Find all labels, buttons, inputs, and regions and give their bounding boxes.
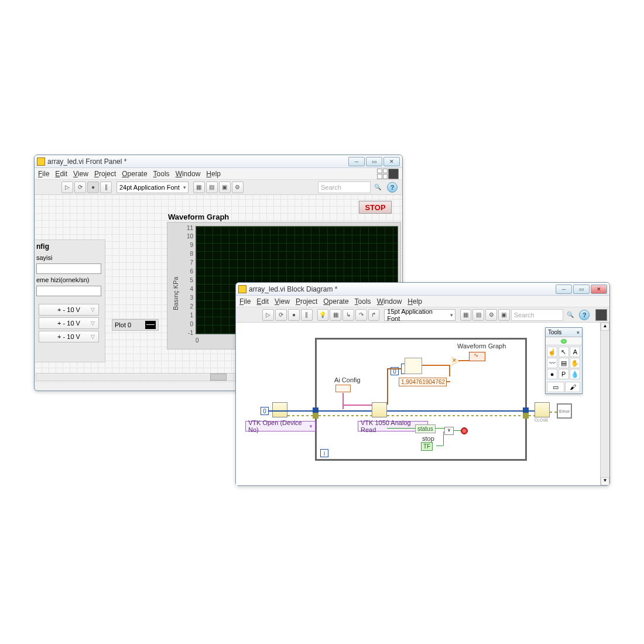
loop-iteration-terminal[interactable]: i	[320, 449, 328, 457]
plot-legend[interactable]: Plot 0	[112, 319, 159, 331]
highlight-exec-button[interactable]: 💡	[317, 309, 329, 321]
font-selector[interactable]: 24pt Application Font	[117, 181, 189, 193]
maximize-button[interactable]: ▭	[573, 285, 590, 294]
reorder-button[interactable]: ▣	[498, 309, 510, 321]
probe-tool-icon[interactable]: P	[559, 369, 569, 379]
menu-window[interactable]: Window	[176, 170, 201, 178]
menu-help[interactable]: Help	[407, 297, 422, 306]
legend-swatch[interactable]	[145, 321, 156, 329]
menu-edit[interactable]: Edit	[55, 170, 67, 178]
menu-file[interactable]: File	[38, 170, 49, 178]
scrollbar-thumb[interactable]	[210, 374, 227, 381]
scroll-down-icon[interactable]: ▼	[601, 477, 609, 485]
help-button[interactable]: ?	[579, 310, 590, 320]
color-tool-fg[interactable]: ▭	[547, 382, 564, 392]
minimize-button[interactable]: ─	[348, 157, 365, 166]
breakpoint-tool-icon[interactable]: ●	[547, 369, 557, 379]
align-button[interactable]: ▦	[193, 181, 205, 193]
maximize-button[interactable]: ▭	[366, 157, 382, 166]
config-numeric-2[interactable]	[36, 286, 101, 296]
vi-icon[interactable]	[595, 309, 607, 321]
run-button[interactable]: ▷	[61, 181, 73, 193]
menu-operate[interactable]: Operate	[122, 170, 147, 178]
retain-button[interactable]: ▦	[330, 309, 341, 321]
palette-close-icon[interactable]: ×	[577, 330, 580, 335]
menu-project[interactable]: Project	[94, 170, 116, 178]
config-numeric-1[interactable]	[36, 263, 101, 274]
vtk-analog-read-node[interactable]	[372, 402, 387, 417]
close-button[interactable]: ✕	[591, 285, 607, 294]
close-button[interactable]: ✕	[383, 157, 400, 166]
scroll-tool-icon[interactable]: ✋	[570, 358, 580, 368]
error-handler[interactable]: Error	[557, 403, 572, 419]
vertical-scrollbar[interactable]: ▲ ▼	[600, 323, 609, 485]
waveform-graph-terminal[interactable]	[469, 352, 485, 361]
tools-palette[interactable]: Tools × ☝ ↖ A 〰 ▤ ✋ ● P 💧	[545, 327, 583, 394]
stop-button[interactable]: STOP	[359, 201, 392, 214]
vtk-open-selector[interactable]: VTK Open (Device No)	[245, 421, 316, 431]
autotool-toggle[interactable]	[546, 337, 582, 345]
range-selector-3[interactable]: + - 10 V	[39, 331, 99, 342]
numeric-constant-0[interactable]: 0	[261, 407, 269, 415]
pause-button[interactable]: ‖	[301, 309, 313, 321]
reorder-button[interactable]: ⚙	[232, 181, 244, 193]
build-waveform-node[interactable]	[405, 358, 422, 374]
cleanup-button[interactable]: ⚙	[485, 309, 497, 321]
menu-edit[interactable]: Edit	[256, 297, 269, 306]
menu-window[interactable]: Window	[377, 297, 402, 306]
menu-operate[interactable]: Operate	[323, 297, 348, 306]
vtk-close-node[interactable]	[535, 402, 550, 417]
range-selector-1[interactable]: + - 10 V	[39, 304, 99, 316]
unbundle-status[interactable]: status	[415, 424, 436, 433]
menu-view[interactable]: View	[73, 170, 88, 178]
help-button[interactable]: ?	[387, 182, 398, 193]
abort-button[interactable]: ●	[288, 309, 300, 321]
distribute-button[interactable]: ▤	[206, 181, 218, 193]
wiring-tool-icon[interactable]: 〰	[547, 358, 557, 368]
menu-file[interactable]: File	[239, 297, 251, 306]
scroll-up-icon[interactable]: ▲	[601, 323, 609, 331]
multiply-node[interactable]	[451, 357, 460, 366]
range-selector-2[interactable]: + - 10 V	[39, 317, 99, 329]
operate-tool-icon[interactable]: ☝	[547, 347, 557, 357]
menu-project[interactable]: Project	[296, 297, 317, 306]
resize-button[interactable]: ▣	[219, 181, 231, 193]
run-continuous-button[interactable]: ⟳	[275, 309, 287, 321]
step-into-button[interactable]: ↳	[342, 309, 354, 321]
search-icon[interactable]: 🔍	[564, 309, 576, 321]
or-node[interactable]: ∨	[444, 427, 454, 435]
position-tool-icon[interactable]: ↖	[559, 347, 569, 357]
menu-tools[interactable]: Tools	[355, 297, 371, 306]
vtk-open-node[interactable]	[272, 402, 287, 417]
color-copy-tool-icon[interactable]: 💧	[570, 369, 580, 379]
loop-condition-terminal[interactable]	[461, 427, 468, 434]
abort-button[interactable]: ●	[87, 181, 99, 193]
align-button[interactable]: ▦	[460, 309, 472, 321]
run-button[interactable]: ▷	[262, 309, 274, 321]
font-selector[interactable]: 15pt Application Font	[384, 309, 455, 321]
text-tool-icon[interactable]: A	[570, 347, 580, 357]
connector-pane-icon[interactable]	[377, 169, 388, 179]
block-diagram-workarea[interactable]: i 0 VTK Open (Device No) Ai Config VTK 1…	[236, 323, 600, 485]
ai-config-control[interactable]	[335, 385, 351, 392]
numeric-constant[interactable]: 1,904761904762	[399, 378, 447, 386]
search-icon[interactable]: 🔍	[372, 181, 383, 193]
stop-control[interactable]: TF	[421, 442, 433, 451]
color-tool-brush-icon[interactable]: 🖌	[565, 382, 580, 392]
config-cluster[interactable]: nfig sayisi eme hizi(ornek/sn) + - 10 V …	[35, 239, 105, 362]
minimize-button[interactable]: ─	[556, 285, 572, 294]
search-input[interactable]: Search	[318, 181, 371, 193]
step-out-button[interactable]: ↱	[368, 309, 380, 321]
front-panel-titlebar[interactable]: array_led.vi Front Panel * ─ ▭ ✕	[35, 155, 402, 168]
distribute-button[interactable]: ▤	[472, 309, 484, 321]
shortcut-tool-icon[interactable]: ▤	[559, 358, 569, 368]
vi-icon[interactable]	[388, 169, 399, 179]
step-over-button[interactable]: ↷	[355, 309, 367, 321]
menu-help[interactable]: Help	[206, 170, 221, 178]
pause-button[interactable]: ‖	[100, 181, 112, 193]
menu-view[interactable]: View	[275, 297, 290, 306]
search-input[interactable]: Search	[511, 309, 563, 321]
menu-tools[interactable]: Tools	[153, 170, 170, 178]
run-continuous-button[interactable]: ⟳	[74, 181, 86, 193]
block-diagram-titlebar[interactable]: array_led.vi Block Diagram * ─ ▭ ✕	[236, 283, 609, 296]
